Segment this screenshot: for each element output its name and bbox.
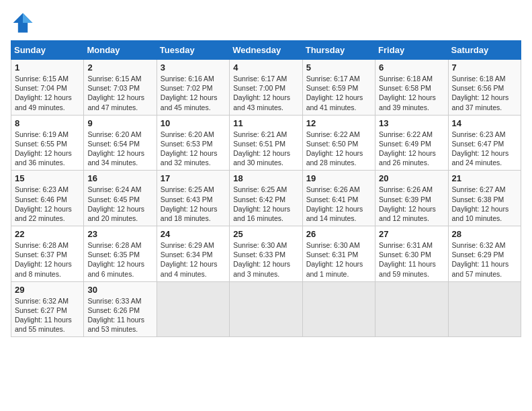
calendar-cell	[302, 281, 375, 337]
calendar-cell: 4Sunrise: 6:17 AM Sunset: 7:00 PM Daylig…	[230, 60, 302, 116]
day-number: 21	[452, 173, 517, 183]
calendar-header-row: SundayMondayTuesdayWednesdayThursdayFrid…	[11, 41, 521, 60]
calendar-cell: 21Sunrise: 6:27 AM Sunset: 6:38 PM Dayli…	[448, 171, 521, 226]
calendar-cell: 29Sunrise: 6:32 AM Sunset: 6:27 PM Dayli…	[11, 281, 84, 337]
calendar-cell	[230, 281, 302, 337]
day-number: 13	[379, 118, 444, 128]
day-info: Sunrise: 6:22 AM Sunset: 6:50 PM Dayligh…	[306, 130, 371, 168]
day-info: Sunrise: 6:15 AM Sunset: 7:04 PM Dayligh…	[15, 74, 80, 112]
calendar-week-1: 1Sunrise: 6:15 AM Sunset: 7:04 PM Daylig…	[11, 60, 521, 116]
day-number: 1	[15, 62, 80, 73]
day-header-sunday: Sunday	[11, 41, 84, 60]
calendar-cell: 23Sunrise: 6:28 AM Sunset: 6:35 PM Dayli…	[84, 226, 157, 282]
day-number: 6	[379, 62, 444, 73]
day-number: 30	[87, 285, 152, 295]
day-info: Sunrise: 6:25 AM Sunset: 6:43 PM Dayligh…	[161, 185, 226, 223]
day-number: 7	[452, 62, 517, 73]
day-number: 28	[452, 229, 517, 239]
calendar-week-2: 8Sunrise: 6:19 AM Sunset: 6:55 PM Daylig…	[11, 115, 521, 171]
logo-icon	[11, 11, 35, 35]
calendar-cell: 3Sunrise: 6:16 AM Sunset: 7:02 PM Daylig…	[157, 60, 229, 116]
calendar-cell: 14Sunrise: 6:23 AM Sunset: 6:47 PM Dayli…	[448, 115, 521, 171]
day-info: Sunrise: 6:15 AM Sunset: 7:03 PM Dayligh…	[87, 74, 152, 112]
calendar-cell: 13Sunrise: 6:22 AM Sunset: 6:49 PM Dayli…	[375, 115, 448, 171]
calendar-cell: 30Sunrise: 6:33 AM Sunset: 6:26 PM Dayli…	[84, 281, 157, 337]
calendar-cell	[448, 281, 521, 337]
calendar-cell: 28Sunrise: 6:32 AM Sunset: 6:29 PM Dayli…	[448, 226, 521, 282]
svg-marker-1	[23, 13, 32, 23]
calendar-cell: 27Sunrise: 6:31 AM Sunset: 6:30 PM Dayli…	[375, 226, 448, 282]
day-number: 8	[15, 118, 80, 128]
day-info: Sunrise: 6:16 AM Sunset: 7:02 PM Dayligh…	[161, 74, 226, 112]
day-number: 20	[379, 173, 444, 183]
calendar-cell: 26Sunrise: 6:30 AM Sunset: 6:31 PM Dayli…	[302, 226, 375, 282]
calendar-week-5: 29Sunrise: 6:32 AM Sunset: 6:27 PM Dayli…	[11, 281, 521, 337]
day-number: 22	[15, 229, 80, 239]
day-info: Sunrise: 6:20 AM Sunset: 6:53 PM Dayligh…	[161, 130, 226, 168]
day-info: Sunrise: 6:24 AM Sunset: 6:45 PM Dayligh…	[87, 185, 152, 223]
day-number: 14	[452, 118, 517, 128]
day-info: Sunrise: 6:18 AM Sunset: 6:56 PM Dayligh…	[452, 74, 517, 112]
day-number: 2	[87, 62, 152, 73]
day-info: Sunrise: 6:17 AM Sunset: 6:59 PM Dayligh…	[306, 74, 371, 112]
day-number: 23	[87, 229, 152, 239]
day-number: 17	[161, 173, 226, 183]
day-info: Sunrise: 6:31 AM Sunset: 6:30 PM Dayligh…	[379, 240, 444, 279]
day-number: 26	[306, 229, 371, 239]
logo	[11, 11, 39, 35]
day-info: Sunrise: 6:32 AM Sunset: 6:29 PM Dayligh…	[452, 240, 517, 279]
day-header-monday: Monday	[84, 41, 157, 60]
day-info: Sunrise: 6:23 AM Sunset: 6:47 PM Dayligh…	[452, 130, 517, 168]
calendar-cell: 18Sunrise: 6:25 AM Sunset: 6:42 PM Dayli…	[230, 171, 302, 226]
day-number: 29	[15, 285, 80, 295]
calendar-week-3: 15Sunrise: 6:23 AM Sunset: 6:46 PM Dayli…	[11, 171, 521, 226]
calendar-cell: 10Sunrise: 6:20 AM Sunset: 6:53 PM Dayli…	[157, 115, 229, 171]
calendar-table: SundayMondayTuesdayWednesdayThursdayFrid…	[11, 40, 521, 337]
day-number: 4	[233, 62, 298, 73]
calendar-cell	[157, 281, 229, 337]
day-number: 25	[233, 229, 298, 239]
day-number: 9	[87, 118, 152, 128]
day-info: Sunrise: 6:29 AM Sunset: 6:34 PM Dayligh…	[161, 240, 226, 279]
day-header-tuesday: Tuesday	[157, 41, 229, 60]
day-info: Sunrise: 6:32 AM Sunset: 6:27 PM Dayligh…	[15, 296, 80, 334]
day-info: Sunrise: 6:20 AM Sunset: 6:54 PM Dayligh…	[87, 130, 152, 168]
day-number: 19	[306, 173, 371, 183]
calendar-cell: 9Sunrise: 6:20 AM Sunset: 6:54 PM Daylig…	[84, 115, 157, 171]
day-info: Sunrise: 6:26 AM Sunset: 6:41 PM Dayligh…	[306, 185, 371, 223]
calendar-cell: 16Sunrise: 6:24 AM Sunset: 6:45 PM Dayli…	[84, 171, 157, 226]
calendar-cell: 24Sunrise: 6:29 AM Sunset: 6:34 PM Dayli…	[157, 226, 229, 282]
day-number: 27	[379, 229, 444, 239]
calendar-cell: 25Sunrise: 6:30 AM Sunset: 6:33 PM Dayli…	[230, 226, 302, 282]
calendar-cell: 5Sunrise: 6:17 AM Sunset: 6:59 PM Daylig…	[302, 60, 375, 116]
day-info: Sunrise: 6:28 AM Sunset: 6:35 PM Dayligh…	[87, 240, 152, 279]
day-info: Sunrise: 6:22 AM Sunset: 6:49 PM Dayligh…	[379, 130, 444, 168]
day-number: 11	[233, 118, 298, 128]
day-number: 16	[87, 173, 152, 183]
day-info: Sunrise: 6:17 AM Sunset: 7:00 PM Dayligh…	[233, 74, 298, 112]
calendar-cell: 15Sunrise: 6:23 AM Sunset: 6:46 PM Dayli…	[11, 171, 84, 226]
calendar-cell: 20Sunrise: 6:26 AM Sunset: 6:39 PM Dayli…	[375, 171, 448, 226]
calendar-cell: 7Sunrise: 6:18 AM Sunset: 6:56 PM Daylig…	[448, 60, 521, 116]
day-info: Sunrise: 6:25 AM Sunset: 6:42 PM Dayligh…	[233, 185, 298, 223]
day-number: 10	[161, 118, 226, 128]
calendar-cell: 1Sunrise: 6:15 AM Sunset: 7:04 PM Daylig…	[11, 60, 84, 116]
day-number: 24	[161, 229, 226, 239]
day-number: 12	[306, 118, 371, 128]
calendar-cell: 6Sunrise: 6:18 AM Sunset: 6:58 PM Daylig…	[375, 60, 448, 116]
day-info: Sunrise: 6:18 AM Sunset: 6:58 PM Dayligh…	[379, 74, 444, 112]
calendar-cell: 12Sunrise: 6:22 AM Sunset: 6:50 PM Dayli…	[302, 115, 375, 171]
calendar-cell: 22Sunrise: 6:28 AM Sunset: 6:37 PM Dayli…	[11, 226, 84, 282]
day-info: Sunrise: 6:23 AM Sunset: 6:46 PM Dayligh…	[15, 185, 80, 223]
calendar-cell: 19Sunrise: 6:26 AM Sunset: 6:41 PM Dayli…	[302, 171, 375, 226]
day-number: 3	[161, 62, 226, 73]
calendar-cell	[375, 281, 448, 337]
day-header-wednesday: Wednesday	[230, 41, 302, 60]
day-header-friday: Friday	[375, 41, 448, 60]
day-info: Sunrise: 6:21 AM Sunset: 6:51 PM Dayligh…	[233, 130, 298, 168]
day-number: 5	[306, 62, 371, 73]
calendar-cell: 11Sunrise: 6:21 AM Sunset: 6:51 PM Dayli…	[230, 115, 302, 171]
calendar-cell: 8Sunrise: 6:19 AM Sunset: 6:55 PM Daylig…	[11, 115, 84, 171]
day-info: Sunrise: 6:26 AM Sunset: 6:39 PM Dayligh…	[379, 185, 444, 223]
day-info: Sunrise: 6:28 AM Sunset: 6:37 PM Dayligh…	[15, 240, 80, 279]
